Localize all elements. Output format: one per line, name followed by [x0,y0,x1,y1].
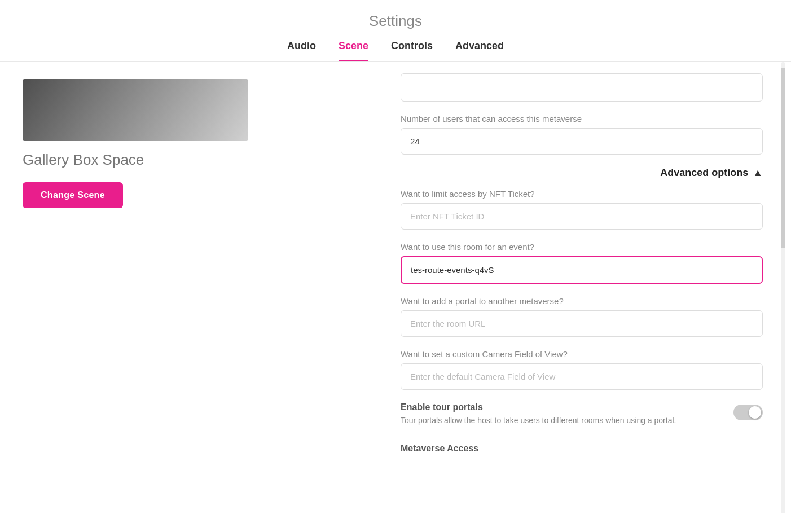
page-title: Settings [0,12,791,30]
tour-portals-title: Enable tour portals [401,402,722,412]
nft-input[interactable] [401,203,763,230]
tour-portals-section: Enable tour portals Tour portals allow t… [401,402,763,427]
top-input-partial [401,73,763,102]
tour-portals-text: Enable tour portals Tour portals allow t… [401,402,722,427]
nft-label: Want to limit access by NFT Ticket? [401,189,763,199]
camera-label: Want to set a custom Camera Field of Vie… [401,349,763,359]
nft-section: Want to limit access by NFT Ticket? [401,189,763,230]
advanced-options-label: Advanced options [660,167,748,179]
metaverse-access-label: Metaverse Access [401,439,763,454]
scene-thumbnail [23,79,248,141]
right-panel: Number of users that can access this met… [372,62,791,513]
chevron-up-icon: ▲ [753,167,763,179]
event-section: Want to use this room for an event? [401,242,763,284]
tabs-container: Audio Scene Controls Advanced [0,40,791,61]
tab-audio[interactable]: Audio [287,40,316,61]
tab-advanced[interactable]: Advanced [455,40,504,61]
scrollbar-track [781,62,785,513]
camera-section: Want to set a custom Camera Field of Vie… [401,349,763,390]
main-content: Gallery Box Space Change Scene Number of… [0,62,791,513]
scene-name: Gallery Box Space [23,151,349,169]
event-label: Want to use this room for an event? [401,242,763,252]
scrollbar-thumb[interactable] [781,68,785,248]
tab-scene[interactable]: Scene [339,40,368,61]
page-header: Settings Audio Scene Controls Advanced [0,0,791,62]
users-label: Number of users that can access this met… [401,114,763,124]
portal-section: Want to add a portal to another metavers… [401,296,763,337]
tour-portals-desc: Tour portals allow the host to take user… [401,415,722,427]
event-input[interactable] [401,256,763,284]
change-scene-button[interactable]: Change Scene [23,182,123,208]
users-input[interactable] [401,128,763,155]
tour-portals-toggle[interactable] [733,405,763,420]
portal-input[interactable] [401,310,763,337]
advanced-options-header[interactable]: Advanced options ▲ [401,167,763,179]
tab-controls[interactable]: Controls [391,40,433,61]
users-section: Number of users that can access this met… [401,114,763,155]
toggle-knob [749,406,761,419]
portal-label: Want to add a portal to another metavers… [401,296,763,306]
camera-input[interactable] [401,363,763,390]
left-panel: Gallery Box Space Change Scene [0,62,372,513]
